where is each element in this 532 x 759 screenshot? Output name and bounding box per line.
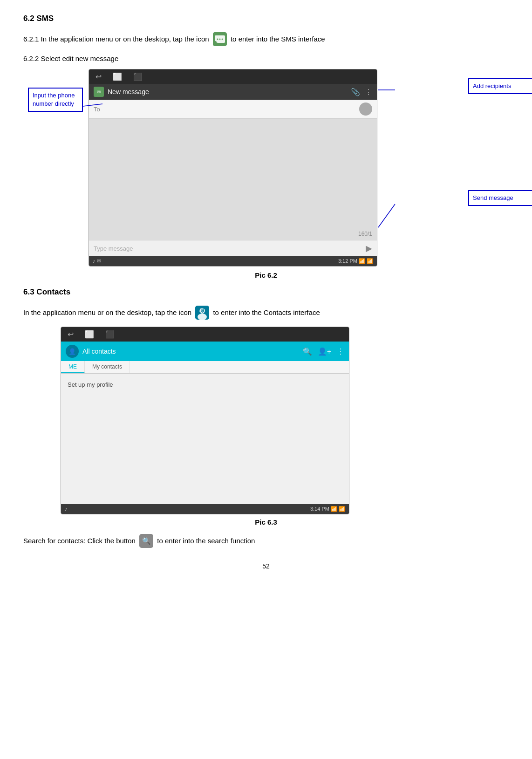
contacts-profile-item: Set up my profile xyxy=(68,378,342,391)
section-63-text: In the application menu or on the deskto… xyxy=(23,306,509,320)
sms-app-icon xyxy=(213,32,227,46)
sms-nav-bar: ↩ ⬜ ⬛ xyxy=(89,69,377,84)
section-63-title: 6.3 Contacts xyxy=(23,287,509,297)
sms-menu-icon: ⋮ xyxy=(365,88,372,96)
sms-message-area: 160/1 xyxy=(89,119,377,240)
sms-type-row: Type message ▶ xyxy=(89,240,377,256)
sms-status-bar: ♪ ✉ 3:12 PM 📶 📶 xyxy=(89,256,377,266)
section-62-title: 6.2 SMS xyxy=(23,14,509,23)
svg-point-4 xyxy=(221,39,223,40)
contacts-nav-bar: ↩ ⬜ ⬛ xyxy=(61,327,349,342)
page-number: 52 xyxy=(23,562,509,570)
sms-attachment-icon: 📎 xyxy=(351,88,360,96)
contacts-menu-icon[interactable]: ⋮ xyxy=(337,347,344,356)
sms-send-button[interactable]: ▶ xyxy=(366,243,372,253)
sms-type-placeholder: Type message xyxy=(94,245,133,252)
sms-header: ✉ New message 📎 ⋮ xyxy=(89,84,377,100)
sms-counter: 160/1 xyxy=(358,231,372,237)
annotation-add-recipients: Add recipients xyxy=(468,78,532,94)
contacts-header: 👤 All contacts 🔍 👤+ ⋮ xyxy=(61,342,349,361)
svg-point-2 xyxy=(217,39,218,40)
contacts-status-bar: ♪ 3:14 PM 📶 📶 xyxy=(61,504,349,514)
svg-point-3 xyxy=(219,39,220,40)
contacts-tab-my-contacts[interactable]: My contacts xyxy=(85,361,130,373)
pic-63-label: Pic 6.3 xyxy=(23,518,509,526)
pic-62-label: Pic 6.2 xyxy=(23,271,509,279)
search-button-icon[interactable]: 🔍 xyxy=(139,534,153,548)
contacts-header-icon: 👤 xyxy=(66,345,79,358)
contacts-app-icon: 联系人 xyxy=(195,306,209,320)
search-contacts-text: Search for contacts: Click the button 🔍 … xyxy=(23,534,509,548)
annotation-input-phone: Input the phone number directly xyxy=(28,88,83,112)
sms-to-row: To xyxy=(89,100,377,119)
contacts-tabs: ME My contacts xyxy=(61,361,349,374)
contacts-header-title: All contacts xyxy=(82,348,116,355)
contacts-status-icons: ♪ xyxy=(65,506,68,512)
section-621-text: 6.2.1 In the application menu or on the … xyxy=(23,33,509,47)
sms-header-icon: ✉ xyxy=(94,87,104,97)
contacts-time: 3:14 PM 📶 📶 xyxy=(310,506,345,512)
contacts-tab-me[interactable]: ME xyxy=(61,361,85,373)
annotation-send-message: Send message xyxy=(468,190,532,206)
sms-status-icons: ♪ ✉ xyxy=(93,258,101,264)
contacts-body: Set up my profile xyxy=(61,374,349,504)
contacts-screenshot: ↩ ⬜ ⬛ 👤 All contacts 🔍 👤+ ⋮ ME My contac… xyxy=(61,327,349,514)
sms-screenshot: ↩ ⬜ ⬛ ✉ New message 📎 ⋮ To 160/1 Type me… xyxy=(89,69,377,267)
svg-line-7 xyxy=(378,204,395,227)
sms-to-label: To xyxy=(94,106,100,113)
contacts-search-icon[interactable]: 🔍 xyxy=(303,347,312,356)
section-622-label: 6.2.2 Select edit new message xyxy=(23,53,509,64)
sms-time: 3:12 PM 📶 📶 xyxy=(338,258,373,264)
sms-header-title: New message xyxy=(108,88,149,96)
svg-text:联系人: 联系人 xyxy=(196,308,209,313)
contacts-add-icon[interactable]: 👤+ xyxy=(318,347,331,356)
sms-to-avatar xyxy=(359,103,372,116)
